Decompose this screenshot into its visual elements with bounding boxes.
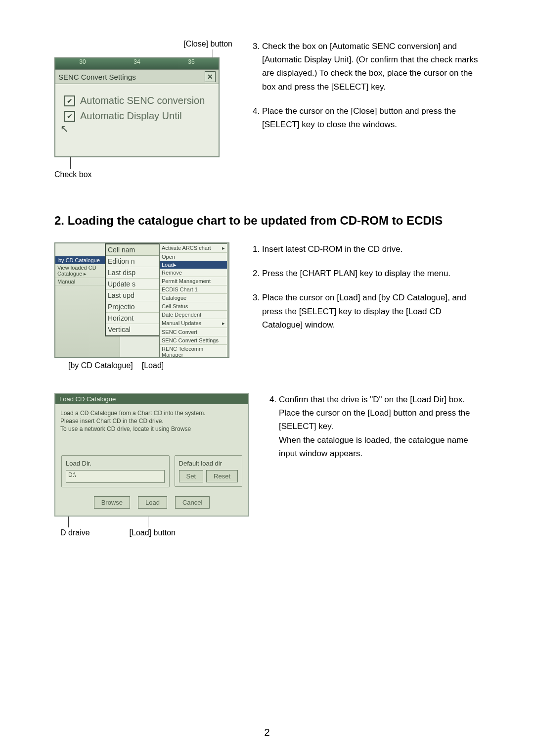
- chevron-right-icon: ▸: [222, 245, 225, 251]
- load-cd-title: Load CD Catalogue: [55, 394, 248, 404]
- menu-mid-item: Vertical: [106, 324, 160, 335]
- callout-line: [213, 49, 213, 57]
- step-b2: Press the [CHART PLAN] key to display th…: [262, 267, 480, 280]
- ruler-mark: 35: [164, 58, 219, 69]
- default-dir-group: Default load dir Set Reset: [175, 455, 242, 487]
- menu-mid-item: Last upd: [106, 290, 160, 301]
- load-button[interactable]: Load: [138, 496, 167, 509]
- fig3-caption-right: [Load] button: [130, 528, 176, 537]
- menu-mid-panel: Cell nam Edition nLast dispUpdate sLast …: [105, 243, 161, 336]
- load-dir-group: Load Dir. D:\: [61, 455, 170, 487]
- browse-button[interactable]: Browse: [94, 496, 130, 509]
- callout-close-label: [Close] button: [54, 40, 232, 48]
- fig3-caption-left: D draive: [60, 528, 90, 537]
- menu-mid-item: Last disp: [106, 267, 160, 279]
- default-dir-label: Default load dir: [179, 460, 238, 467]
- cursor-icon: ↖: [60, 123, 210, 135]
- menu-right-item[interactable]: Catalogue: [160, 294, 227, 302]
- steps-bottom: Confirm that the drive is "D" on the [Lo…: [269, 393, 480, 460]
- fig-senc-settings: 30 34 35 SENC Convert Settings ✕ ✔ Autom…: [54, 57, 220, 157]
- chevron-right-icon: ▸: [222, 320, 225, 327]
- chevron-right-icon: ▸: [174, 262, 177, 268]
- menu-mid-header: Cell nam: [106, 244, 160, 256]
- menu-mid-item: Edition n: [106, 256, 160, 267]
- menu-right-item[interactable]: Remove: [160, 269, 227, 277]
- fig-load-cd: Load CD Catalogue Load a CD Catalogue fr…: [54, 393, 249, 517]
- step-4: Place the cursor on the [Close] button a…: [262, 104, 480, 131]
- load-cd-msg: Load a CD Catalogue from a Chart CD into…: [55, 404, 248, 450]
- menu-right-item[interactable]: SENC Convert: [160, 328, 227, 336]
- menu-right-item[interactable]: Cell Status: [160, 302, 227, 311]
- load-cd-msg1: Load a CD Catalogue from a Chart CD into…: [60, 409, 243, 417]
- fig2-caption-left: [by CD Catalogue]: [68, 361, 133, 370]
- menu-right-panel: Activate ARCS chart▸OpenLoad▸RemovePermi…: [159, 243, 227, 358]
- load-dir-input[interactable]: D:\: [66, 470, 165, 483]
- checkbox-auto-display[interactable]: ✔: [64, 111, 75, 122]
- callout-line: [68, 517, 69, 527]
- menu-mid-item: Horizont: [106, 313, 160, 324]
- step-c4: Confirm that the drive is "D" on the [Lo…: [279, 393, 480, 460]
- menu-right-item[interactable]: Open: [160, 253, 227, 261]
- reset-button[interactable]: Reset: [206, 470, 238, 482]
- load-cd-msg3: To use a network CD drive, locate it usi…: [60, 425, 243, 433]
- senc-titlebar: SENC Convert Settings ✕: [55, 69, 219, 84]
- load-cd-msg2: Please insert Chart CD in the CD drive.: [60, 417, 243, 425]
- senc-title: SENC Convert Settings: [58, 73, 136, 81]
- menu-mid-item: Update s: [106, 279, 160, 290]
- menu-right-item[interactable]: Activate ARCS chart▸: [160, 244, 227, 253]
- menu-right-item[interactable]: Manual Updates▸: [160, 319, 227, 328]
- load-dir-label: Load Dir.: [66, 460, 165, 467]
- section2-heading: 2. Loading the catalogue chart to be upd…: [54, 214, 480, 228]
- fig-menu: by CD Catalogue View loaded CD Catalogue…: [54, 242, 229, 358]
- ruler-mark: 30: [55, 58, 110, 69]
- step-3: Check the box on [Automatic SENC convers…: [262, 40, 480, 94]
- page-number: 2: [0, 727, 534, 738]
- cancel-button[interactable]: Cancel: [175, 496, 210, 509]
- menu-right-selected[interactable]: Load▸: [160, 261, 227, 269]
- steps-mid: Insert latest CD-ROM in the CD drive. Pr…: [252, 242, 480, 331]
- ruler-mark: 34: [110, 58, 164, 69]
- callout-line: [70, 157, 71, 169]
- callout-line: [148, 517, 148, 527]
- fig2-caption-right: [Load]: [142, 361, 164, 370]
- label-auto-display: Automatic Display Until: [80, 110, 182, 122]
- step-b1: Insert latest CD-ROM in the CD drive.: [262, 242, 480, 256]
- menu-mid-item: Projectio: [106, 301, 160, 313]
- close-button[interactable]: ✕: [205, 71, 216, 82]
- callout-checkbox-label: Check box: [54, 170, 232, 179]
- checkbox-auto-senc[interactable]: ✔: [64, 95, 75, 106]
- menu-right-item[interactable]: Permit Management: [160, 277, 227, 285]
- menu-right-item[interactable]: ECDIS Chart 1: [160, 285, 227, 294]
- step-b3: Place the cursor on [Load] and [by CD Ca…: [262, 291, 480, 331]
- ruler: 30 34 35: [55, 58, 219, 69]
- menu-right-item[interactable]: RENC Telecomm Manager: [160, 345, 227, 358]
- menu-right-item[interactable]: SENC Convert Settings: [160, 336, 227, 345]
- menu-right-item[interactable]: Date Dependent: [160, 311, 227, 319]
- set-button[interactable]: Set: [179, 470, 204, 482]
- steps-top: Check the box on [Automatic SENC convers…: [252, 40, 480, 131]
- label-auto-senc: Automatic SENC conversion: [80, 95, 205, 106]
